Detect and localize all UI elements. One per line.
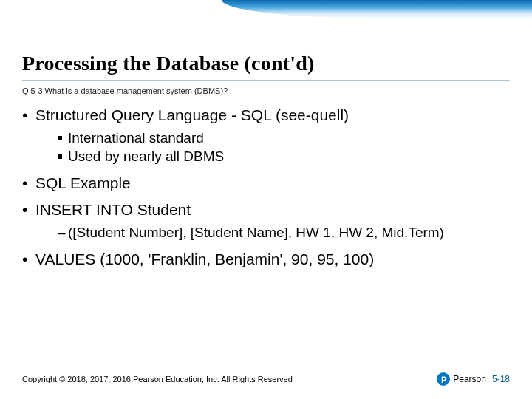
bullet-1-sub-2: Used by nearly all DBMS — [58, 148, 510, 166]
bullet-4: VALUES (1000, 'Franklin, Benjamin', 90, … — [22, 250, 510, 269]
bullet-1-text: Structured Query Language - SQL (see-que… — [35, 106, 349, 123]
bullet-2: SQL Example — [22, 174, 510, 193]
bullet-3-sublist: ([Student Number], [Student Name], HW 1,… — [58, 224, 510, 242]
bullet-1-sublist: International standard Used by nearly al… — [58, 129, 510, 166]
slide-subtitle: Q 5-3 What is a database management syst… — [22, 86, 510, 95]
decorative-header-band — [0, 0, 532, 22]
bullet-3-sub-1: ([Student Number], [Student Name], HW 1,… — [58, 224, 510, 242]
bullet-3: INSERT INTO Student ([Student Number], [… — [22, 200, 510, 242]
pearson-logo-text: Pearson — [453, 374, 486, 384]
slide-title: Processing the Database (cont'd) — [22, 52, 510, 81]
copyright-text: Copyright © 2018, 2017, 2016 Pearson Edu… — [22, 375, 293, 383]
bullet-list: Structured Query Language - SQL (see-que… — [22, 106, 510, 269]
page-number: 5-18 — [492, 374, 510, 384]
footer-right: Pearson 5-18 — [437, 372, 510, 386]
bullet-1: Structured Query Language - SQL (see-que… — [22, 106, 510, 166]
slide-body: Processing the Database (cont'd) Q 5-3 W… — [22, 52, 510, 276]
pearson-logo: Pearson — [437, 372, 486, 386]
slide-footer: Copyright © 2018, 2017, 2016 Pearson Edu… — [22, 372, 510, 386]
bullet-3-text: INSERT INTO Student — [35, 201, 191, 218]
pearson-logo-icon — [437, 372, 450, 386]
bullet-1-sub-1: International standard — [58, 129, 510, 148]
